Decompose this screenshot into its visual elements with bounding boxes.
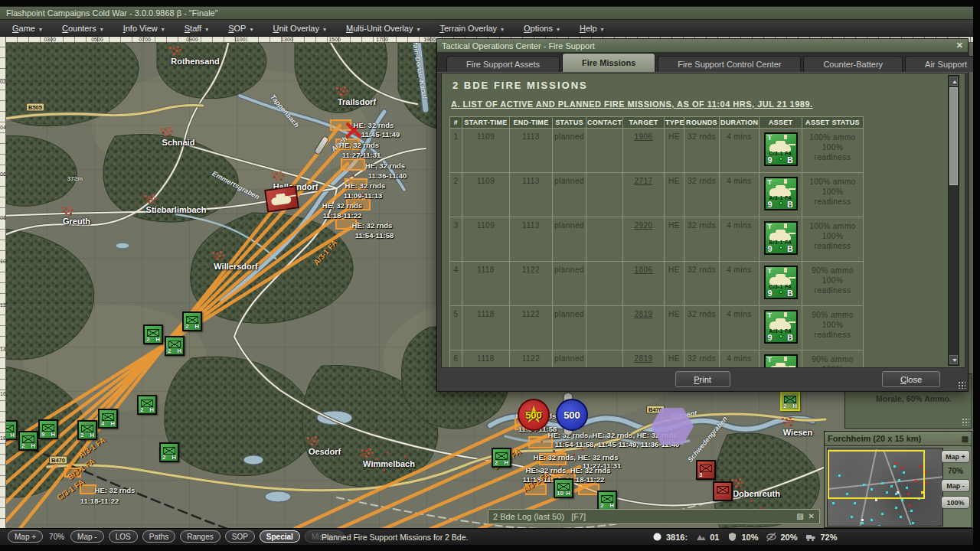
unit-counter[interactable]: 2 H — [780, 391, 800, 411]
unit-counter[interactable]: 2 H — [597, 491, 617, 510]
asset-flag: T — [768, 223, 773, 230]
mission-duration: 4 mins — [720, 129, 760, 173]
menu-item[interactable]: Info View — [123, 24, 165, 33]
close-button[interactable]: Close — [882, 371, 940, 387]
mission-status: planned — [553, 306, 586, 350]
menu-item[interactable]: Counters — [62, 24, 103, 33]
unit-counter[interactable]: 2 H — [143, 324, 163, 344]
menu-item[interactable]: Options — [524, 24, 560, 33]
report-subheading: A. LIST OF ACTIVE AND PLANNED FIRE MISSI… — [451, 99, 813, 109]
unit-counter[interactable]: 2 H — [159, 442, 179, 462]
arty-impact-marker-blue[interactable]: 500 — [556, 399, 588, 431]
dialog-close-icon[interactable]: ✕ — [956, 41, 963, 51]
menu-item[interactable]: Staff — [185, 24, 208, 33]
asset-counter[interactable]: T C/3-1 FA 9 B — [764, 266, 798, 299]
asset-flag: T — [768, 134, 773, 142]
minimap-zoom-reset-button[interactable]: 100% — [941, 496, 970, 509]
asset-counter[interactable]: T A/3-1 FA 9 B — [764, 177, 798, 210]
dialog-tab[interactable]: Fire Support Assets — [446, 56, 560, 72]
minimap-viewport-rect[interactable] — [828, 450, 925, 499]
dialog-tab[interactable]: Fire Support Control Center — [658, 56, 801, 72]
mission-number: 1 — [450, 129, 462, 173]
scrollbar-thumb[interactable] — [949, 87, 958, 185]
map-control-button[interactable]: 70% — [47, 530, 66, 543]
target-link[interactable]: 2920 — [634, 221, 652, 230]
minimap-zoom-in-button[interactable]: Map + — [941, 450, 970, 463]
terrain-value: 01 — [710, 533, 719, 542]
menu-item[interactable]: Multi-Unit Overlay — [346, 24, 420, 33]
dialog-tab[interactable]: Counter-Battery — [803, 56, 903, 72]
counter-strength: 2 — [146, 336, 149, 343]
unit-counter[interactable] — [713, 481, 733, 501]
log-hotkey: [F7] — [571, 512, 586, 521]
unit-counter[interactable]: 4 H — [98, 409, 118, 429]
unit-counter[interactable]: 2 H — [77, 420, 97, 440]
map-control-button[interactable]: Special — [260, 530, 300, 543]
mission-rounds: 32 rnds — [684, 129, 720, 173]
map-control-button[interactable]: LOS — [109, 530, 138, 543]
visibility-value: 20% — [780, 533, 797, 542]
unit-counter[interactable]: 9 H — [38, 419, 58, 439]
log-close-icon[interactable]: ✕ — [808, 513, 815, 520]
log-popout-icon[interactable]: ▨ — [796, 513, 803, 520]
fire-mission-row[interactable]: 1 1109 1113 planned 1906 HE 32 rnds 4 mi… — [450, 129, 864, 173]
asset-counter[interactable]: T B/3-1 FA 9 B — [764, 221, 798, 255]
unit-counter[interactable]: 2 H — [492, 448, 511, 468]
resize-grip-icon[interactable] — [958, 381, 965, 389]
resize-grip-icon[interactable] — [962, 418, 969, 425]
table-scrollbar[interactable] — [948, 75, 959, 366]
mission-status: planned — [553, 129, 586, 173]
unit-counter[interactable]: 2 H — [182, 311, 202, 331]
friendly-unit-dot — [861, 522, 864, 524]
mission-type: HE — [665, 217, 684, 262]
map-control-button[interactable]: Map + — [8, 530, 43, 543]
fire-mission-row[interactable]: 4 1118 1122 planned 1806 HE 32 rnds 4 mi… — [450, 262, 864, 306]
dialog-tab[interactable]: Fire Missions — [562, 53, 655, 72]
neutral-dot — [875, 499, 877, 501]
menu-item[interactable]: Help — [580, 24, 604, 33]
asset-counter[interactable]: T B/3-1 FA 9 B — [764, 354, 798, 367]
scroll-down-icon[interactable] — [949, 355, 958, 364]
log-bar[interactable]: 2 Bde Log (last 50) [F7] ▨ ✕ — [488, 509, 820, 524]
mission-status: planned — [553, 217, 586, 262]
asset-strength: 9 — [768, 200, 773, 209]
counter-strength: 10 — [557, 490, 564, 497]
target-link[interactable]: 2819 — [634, 310, 652, 318]
unit-counter[interactable]: 10 H — [554, 478, 573, 498]
unit-counter[interactable]: 2 H — [165, 336, 185, 356]
target-link[interactable]: 2819 — [634, 354, 652, 363]
enemy-unit-counter[interactable] — [264, 185, 299, 213]
unit-counter[interactable]: 2 H — [137, 395, 157, 415]
map-control-button[interactable]: Paths — [142, 530, 176, 543]
fire-mission-row[interactable]: 6 1118 1122 planned 2819 HE 32 rnds 4 mi… — [450, 350, 864, 368]
minimap-map[interactable] — [827, 448, 943, 527]
menu-item[interactable]: Unit Overlay — [273, 24, 326, 33]
asset-topbar-icon — [784, 135, 787, 139]
menu-item[interactable]: Terrain Overlay — [439, 24, 504, 33]
mission-contact — [586, 129, 623, 173]
print-button[interactable]: Print — [675, 371, 730, 387]
target-link[interactable]: 1906 — [634, 132, 652, 141]
asset-ammo: 90% ammo — [803, 354, 862, 364]
scroll-up-icon[interactable] — [949, 77, 958, 86]
fire-mission-row[interactable]: 5 1118 1122 planned 2819 HE 32 rnds 4 mi… — [450, 306, 864, 350]
map-control-button[interactable]: Map - — [70, 530, 104, 543]
target-link[interactable]: 2717 — [634, 177, 652, 185]
menu-item[interactable]: SOP — [228, 24, 253, 33]
fire-mission-row[interactable]: 3 1109 1113 planned 2920 HE 32 rnds 4 mi… — [450, 217, 864, 262]
minimap-zoom-out-button[interactable]: Map - — [941, 479, 970, 492]
minimap-detach-icon[interactable]: ▩ — [962, 435, 969, 443]
map-control-button[interactable]: SOP — [225, 530, 255, 543]
arty-impact-marker-red[interactable]: 500 — [518, 399, 550, 431]
fire-mission-row[interactable]: 2 1109 1113 planned 2717 HE 32 rnds 4 mi… — [450, 173, 864, 217]
asset-counter[interactable]: T A/3-1 FA 9 B — [764, 310, 798, 344]
target-link[interactable]: 1806 — [634, 266, 652, 274]
unit-counter[interactable]: 2 H — [18, 431, 38, 451]
dialog-tab[interactable]: Air Support — [905, 56, 980, 72]
asset-status-dot-icon — [779, 157, 782, 161]
menu-item[interactable]: Game — [12, 24, 42, 33]
unit-counter[interactable]: 3 — [696, 460, 716, 480]
asset-counter[interactable]: T C/3-1 FA 9 B — [764, 132, 798, 166]
asset-status-dot-icon — [779, 246, 782, 249]
map-control-button[interactable]: Ranges — [180, 530, 220, 543]
